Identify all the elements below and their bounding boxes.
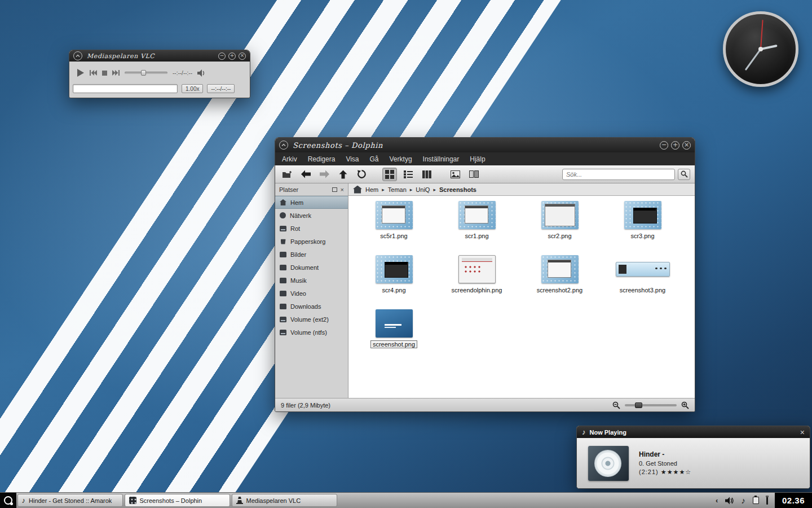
close-button[interactable]: × xyxy=(239,52,246,60)
search-input[interactable] xyxy=(562,169,675,180)
now-playing-widget: ♪ Now Playing × Hinder - 0. Get Stoned (… xyxy=(576,426,810,489)
split-view-icon[interactable] xyxy=(466,168,481,181)
place-musik[interactable]: Musik xyxy=(275,274,348,287)
place-downloads[interactable]: Downloads xyxy=(275,300,348,313)
menu-visa[interactable]: Visa xyxy=(346,155,359,163)
crumb-screenshots[interactable]: Screenshots xyxy=(439,186,476,193)
clock-center-pin xyxy=(758,47,763,51)
file-item[interactable]: sc5r1.png xyxy=(352,200,435,240)
previous-button[interactable] xyxy=(90,70,97,76)
clock-second-hand xyxy=(760,20,764,49)
place-bilder[interactable]: Bilder xyxy=(275,248,348,261)
launcher-logo-icon xyxy=(4,496,12,505)
detach-panel-icon[interactable] xyxy=(332,187,337,192)
now-playing-title: Now Playing xyxy=(590,429,626,436)
menu-hjalp[interactable]: Hjälp xyxy=(470,155,485,163)
file-item[interactable]: screendolphin.png xyxy=(435,255,518,294)
volume-icon[interactable] xyxy=(197,69,205,77)
crumb-hem[interactable]: Hem xyxy=(365,186,378,193)
place-hem[interactable]: Hem xyxy=(275,196,348,209)
minimize-button[interactable]: − xyxy=(660,141,668,150)
file-view[interactable]: sc5r1.png scr1.png scr2.png scr3.png scr… xyxy=(348,196,695,398)
up-button[interactable] xyxy=(336,168,350,181)
breadcrumb-home-icon[interactable] xyxy=(353,186,362,194)
file-item[interactable]: scr3.png xyxy=(601,200,684,240)
taskbar-clock[interactable]: 02.36 xyxy=(775,493,812,508)
taskbar: ♪ Hinder - Get Stoned :: Amarok Screensh… xyxy=(0,492,812,508)
vlc-cone-icon xyxy=(236,497,243,504)
file-thumbnail xyxy=(541,201,579,229)
breadcrumb-separator: ▸ xyxy=(382,187,385,192)
crumb-uniq[interactable]: UniQ xyxy=(416,186,430,193)
place-volume-ext2[interactable]: Volume (ext2) xyxy=(275,313,348,326)
play-button[interactable] xyxy=(76,68,85,77)
close-icon[interactable]: × xyxy=(800,428,805,436)
menu-ga[interactable]: Gå xyxy=(370,155,379,163)
file-item[interactable]: screenshot3.png xyxy=(601,255,684,294)
task-vlc[interactable]: Mediaspelaren VLC xyxy=(232,494,337,507)
place-video[interactable]: Video xyxy=(275,287,348,300)
preview-toggle-icon[interactable] xyxy=(448,168,462,181)
maximize-button[interactable]: + xyxy=(671,141,679,150)
search-icon[interactable] xyxy=(678,169,690,180)
place-volume-ntfs[interactable]: Volume (ntfs) xyxy=(275,326,348,339)
volume-tray-icon[interactable] xyxy=(725,497,734,505)
track-name: 0. Get Stoned xyxy=(639,460,691,467)
close-button[interactable]: × xyxy=(682,141,691,150)
back-button[interactable] xyxy=(298,168,313,181)
columns-view-button[interactable] xyxy=(420,168,434,181)
crumb-teman[interactable]: Teman xyxy=(388,186,407,193)
file-thumbnail xyxy=(376,255,413,283)
playback-rate[interactable]: 1.00x xyxy=(182,84,203,93)
home-icon xyxy=(280,199,286,205)
task-dolphin[interactable]: Screenshots – Dolphin xyxy=(125,494,230,507)
reload-button[interactable] xyxy=(354,168,369,181)
file-item[interactable]: scr1.png xyxy=(435,200,518,240)
track-rating: (2:21) ★★★★☆ xyxy=(639,468,691,476)
zoom-in-icon[interactable] xyxy=(681,401,689,409)
clock-minute-hand xyxy=(745,49,761,71)
new-folder-icon[interactable] xyxy=(280,168,294,181)
menu-redigera[interactable]: Redigera xyxy=(308,155,336,163)
now-playing-header[interactable]: ♪ Now Playing × xyxy=(577,426,810,438)
seek-slider[interactable] xyxy=(125,72,167,74)
forward-button[interactable] xyxy=(317,168,332,181)
places-header[interactable]: Platser × xyxy=(275,183,348,196)
menu-installningar[interactable]: Inställningar xyxy=(423,155,460,163)
file-item-selected[interactable]: screenshot.png xyxy=(352,309,435,348)
clipboard-tray-icon[interactable] xyxy=(753,497,759,504)
menu-verktyg[interactable]: Verktyg xyxy=(390,155,412,163)
task-amarok[interactable]: ♪ Hinder - Get Stoned :: Amarok xyxy=(17,494,123,507)
panel-hide-arrow-icon[interactable]: ‹ xyxy=(716,496,718,505)
place-dokument[interactable]: Dokument xyxy=(275,261,348,274)
place-natverk[interactable]: Nätverk xyxy=(275,209,348,222)
launcher-button[interactable] xyxy=(0,493,16,508)
zoom-slider-handle[interactable] xyxy=(635,402,642,408)
details-view-button[interactable] xyxy=(401,168,416,181)
place-rot[interactable]: Rot xyxy=(275,222,348,235)
next-button[interactable] xyxy=(112,70,120,76)
window-menu-icon[interactable] xyxy=(279,141,288,150)
file-item[interactable]: scr4.png xyxy=(352,255,435,294)
menubar: Arkiv Redigera Visa Gå Verktyg Inställni… xyxy=(275,152,695,165)
window-menu-icon[interactable] xyxy=(73,51,82,60)
seek-slider-handle[interactable] xyxy=(141,70,146,76)
vlc-text-field[interactable] xyxy=(73,84,178,93)
vlc-titlebar[interactable]: Mediaspelaren VLC − + × xyxy=(69,50,250,62)
menu-arkiv[interactable]: Arkiv xyxy=(282,155,297,163)
network-icon xyxy=(280,212,286,218)
place-papperskorg[interactable]: Papperskorg xyxy=(275,235,348,248)
folder-icon xyxy=(280,252,286,257)
dolphin-titlebar[interactable]: Screenshots – Dolphin − + × xyxy=(275,138,695,152)
stop-button[interactable] xyxy=(102,71,107,76)
amarok-tray-icon[interactable]: ♪ xyxy=(741,496,745,505)
maximize-button[interactable]: + xyxy=(228,52,236,60)
zoom-out-icon[interactable] xyxy=(612,401,620,409)
pen-tray-icon[interactable] xyxy=(766,497,768,505)
close-panel-icon[interactable]: × xyxy=(341,186,344,193)
icons-view-button[interactable] xyxy=(382,168,397,181)
file-item[interactable]: screenshot2.png xyxy=(518,255,601,294)
file-item[interactable]: scr2.png xyxy=(518,200,601,240)
minimize-button[interactable]: − xyxy=(218,52,226,60)
zoom-slider[interactable] xyxy=(625,404,677,406)
